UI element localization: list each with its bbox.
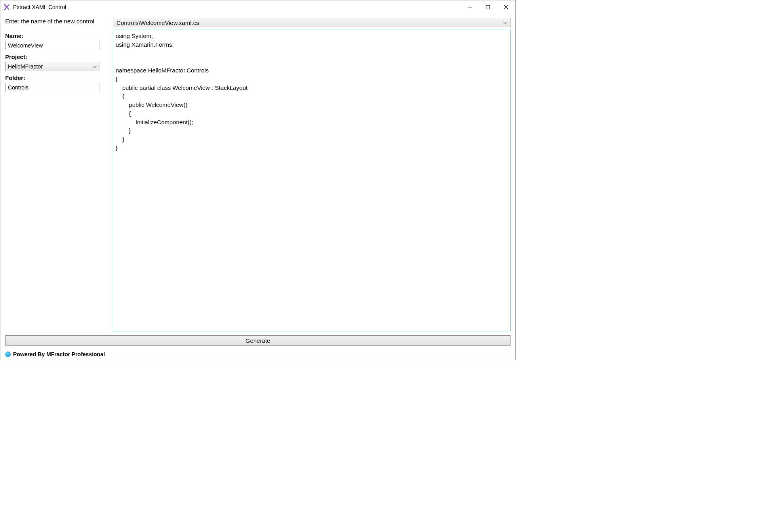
folder-label: Folder: [5, 74, 108, 81]
footer-text: Powered By MFractor Professional [13, 351, 105, 357]
content-area: Enter the name of the new control Name: … [0, 14, 515, 360]
window-title: Extract XAML Control [13, 4, 461, 10]
app-icon [3, 3, 11, 11]
close-button[interactable] [497, 0, 515, 14]
project-select-wrap: HelloMFractor [5, 62, 99, 71]
generate-button[interactable]: Generate [5, 335, 511, 346]
name-label: Name: [5, 32, 108, 39]
name-input[interactable] [5, 41, 99, 50]
maximize-button[interactable] [479, 0, 497, 14]
window-controls [461, 0, 515, 14]
file-select-wrap: Controls\WelcomeView.xaml.cs [113, 18, 511, 27]
file-select[interactable]: Controls\WelcomeView.xaml.cs [113, 18, 511, 27]
titlebar: Extract XAML Control [0, 0, 515, 14]
preview-panel: Controls\WelcomeView.xaml.cs [113, 18, 511, 331]
upper-panel: Enter the name of the new control Name: … [5, 18, 511, 331]
code-preview[interactable] [113, 30, 511, 331]
project-label: Project: [5, 53, 108, 60]
svg-rect-1 [486, 6, 490, 9]
form-prompt: Enter the name of the new control [5, 18, 108, 25]
footer: Powered By MFractor Professional [5, 349, 511, 357]
form-panel: Enter the name of the new control Name: … [5, 18, 108, 331]
project-select[interactable]: HelloMFractor [5, 62, 99, 71]
mfractor-icon [5, 352, 11, 357]
folder-input[interactable] [5, 83, 99, 92]
minimize-button[interactable] [461, 0, 479, 14]
